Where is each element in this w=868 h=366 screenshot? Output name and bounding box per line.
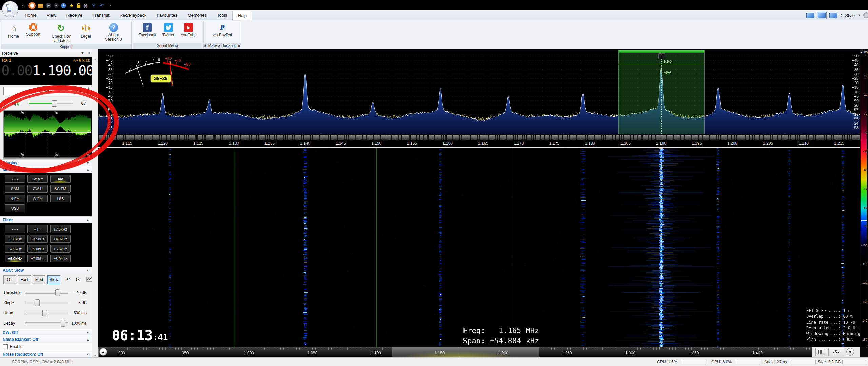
filter-button-5-0khz[interactable]: ±5.0kHz (27, 245, 48, 253)
band-ruler[interactable]: 9009501.0001.0501.1001.1501.2001.2501.30… (98, 347, 812, 357)
preset-dropdown[interactable]: Default (3, 87, 89, 95)
monitor-layout-3-icon[interactable] (829, 13, 837, 18)
section-caret-icon[interactable]: ▲ (86, 338, 90, 341)
agc-slider-thumb[interactable] (55, 289, 60, 296)
menu-tab-receive[interactable]: Receive (61, 11, 87, 20)
dropdown-caret-icon[interactable]: ▼ (86, 89, 89, 93)
agc-button-slow[interactable]: Slow (47, 275, 60, 284)
ribbon-button-support[interactable]: Support (24, 22, 42, 37)
mode-button-w-fm[interactable]: W-FM (27, 195, 48, 202)
speaker-icon[interactable] (12, 100, 20, 107)
mode-button-am[interactable]: AM (50, 175, 71, 183)
filter-button-7-0khz[interactable]: ±7.0kHz (27, 255, 48, 262)
agc-button-fast[interactable]: Fast (18, 275, 31, 284)
section-caret-icon[interactable]: ▼ (86, 161, 90, 165)
menu-tab-memories[interactable]: Memories (182, 11, 212, 20)
filter-button-8-0khz[interactable]: ±8.0kHz (50, 255, 71, 262)
mode-button-step[interactable]: Step ≡ (27, 175, 48, 183)
filter-button-5-5khz[interactable]: ±5.5kHz (50, 245, 71, 253)
audio-scope[interactable] (3, 110, 92, 159)
agc-slider-thumb[interactable] (42, 310, 47, 316)
ribbon-button-youtube[interactable]: ▶YouTube (179, 22, 198, 38)
agc-slider-thumb[interactable] (61, 320, 65, 327)
agc-button-med[interactable]: Med (33, 275, 45, 284)
lock-icon[interactable] (77, 5, 80, 8)
frequency-readout[interactable]: 0.001.190.000 (0, 63, 92, 78)
section-caret-icon[interactable]: ▲ (86, 218, 90, 222)
menu-tab-home[interactable]: Home (20, 11, 42, 20)
menu-tab-tools[interactable]: Tools (212, 11, 232, 20)
menu-tab-rec-playback[interactable]: Rec/Playback (115, 11, 152, 20)
section-caret-icon[interactable]: ▼ (86, 331, 90, 334)
app-logo[interactable] (2, 1, 18, 17)
agc-graph-icon[interactable] (86, 276, 92, 283)
volume-slider-thumb[interactable] (52, 100, 57, 107)
ribbon-button-check-for-updates[interactable]: ↻Check For Updates (47, 22, 75, 44)
style-dropdown[interactable]: Style (845, 13, 855, 18)
rx-marker-badge[interactable]: 1 (658, 53, 665, 59)
antenna-icon[interactable]: Y (91, 3, 97, 8)
section-caret-icon[interactable]: ▲ (86, 168, 90, 171)
palette-auto-label[interactable]: Auto (860, 50, 868, 54)
agc-slider-slope[interactable] (25, 302, 68, 304)
section-caret-icon[interactable]: ▲ (86, 269, 90, 272)
waterfall-canvas[interactable] (98, 148, 860, 347)
filter-button-3-0khz[interactable]: ±3.0kHz (5, 235, 25, 243)
filter-button-6-0khz[interactable]: ±6.0kHz (5, 255, 25, 262)
envelope-icon[interactable]: ✉ (76, 276, 81, 283)
add-icon[interactable]: + (61, 3, 66, 8)
filter-button-2-5khz[interactable]: ±2.5kHz (50, 225, 71, 233)
display-section-header[interactable]: Display ▼ (0, 159, 92, 166)
spectrum-frequency-ruler[interactable] (98, 135, 860, 140)
band-scroll-left-button[interactable]: « (99, 348, 107, 356)
spectrum-canvas[interactable] (98, 50, 860, 134)
palette-threshold-line[interactable] (861, 220, 867, 221)
receive-panel-header[interactable]: Receive ▼ ✕ (0, 49, 92, 57)
filter-button-3-5khz[interactable]: ±3.5kHz (27, 235, 48, 243)
mode-button-usb[interactable]: USB (5, 204, 25, 212)
noise-reduction-section-header[interactable]: Noise Reduction: Off ▼ (0, 351, 92, 358)
mode-button-bc-fm[interactable]: BC-FM (50, 185, 71, 193)
mode-button-btn[interactable]: • • • (5, 175, 25, 183)
filter-button-4-0khz[interactable]: ±4.0kHz (50, 235, 71, 243)
ribbon-button-twitter[interactable]: Twitter (159, 22, 178, 38)
agc-button-off[interactable]: Off (3, 275, 16, 284)
ribbon-button-via-paypal[interactable]: Pvia PayPal (211, 22, 234, 38)
menu-tab-help[interactable]: Help (232, 11, 252, 20)
mode-button-cw-u[interactable]: CW-U (27, 185, 48, 193)
resize-arrows-icon[interactable]: ▲▼ (840, 13, 842, 17)
menu-tab-view[interactable]: View (42, 11, 61, 20)
play-icon[interactable]: ▶ (46, 3, 51, 8)
enable-checkbox[interactable] (3, 344, 8, 349)
band-scroll-right-button[interactable]: » (846, 348, 854, 356)
mode-section-header[interactable]: Mode ▲ (0, 166, 92, 173)
volume-slider[interactable] (29, 103, 73, 104)
keyboard-entry-button[interactable] (815, 348, 827, 356)
snapshot-icon[interactable]: ◉ (83, 3, 88, 8)
ribbon-button-legal[interactable]: Legal (77, 22, 95, 39)
zoom-level-button[interactable]: x5 ▸ (828, 348, 844, 356)
record-icon[interactable]: ● (54, 3, 59, 8)
undo-icon[interactable]: ↶ (66, 276, 71, 283)
filter-button-4-5khz[interactable]: ±4.5kHz (5, 245, 25, 253)
home-icon[interactable]: ⌂ (20, 3, 26, 8)
favourite-icon[interactable]: ★ (68, 3, 74, 8)
panel-close-icon[interactable]: ✕ (87, 51, 90, 55)
panel-collapse-icon[interactable]: ▼ (81, 51, 84, 55)
style-caret-icon[interactable]: ▼ (857, 14, 861, 17)
ribbon-button-about-version-3[interactable]: ?About Version 3 (99, 22, 128, 42)
settings-gear-icon[interactable] (863, 12, 868, 18)
waterfall-display[interactable]: 06:13:41 Freq: 1.165 MHz Span: ±54.884 k… (98, 148, 860, 347)
spectrum-display[interactable]: +50+45+40+35+30+25+20+15+10+5S9S8S7S6S5S… (98, 50, 860, 134)
filter-section-header[interactable]: Filter ▲ (0, 216, 92, 223)
filter-button-btn[interactable]: « | » (27, 225, 48, 233)
noise-blanker-section-header[interactable]: Noise Blanker: Off ▲ (0, 336, 92, 343)
cw-section-header[interactable]: CW: Off ▼ (0, 329, 92, 336)
more-commands-caret-icon[interactable]: ▾ (107, 3, 113, 8)
ribbon-button-facebook[interactable]: fFacebook (137, 22, 158, 38)
support-icon[interactable] (28, 2, 36, 9)
agc-slider-thumb[interactable] (35, 299, 40, 306)
ribbon-button-home[interactable]: ⌂Home (4, 22, 23, 39)
agc-slider-decay[interactable] (25, 322, 68, 324)
monitor-layout-selected[interactable] (817, 12, 827, 19)
